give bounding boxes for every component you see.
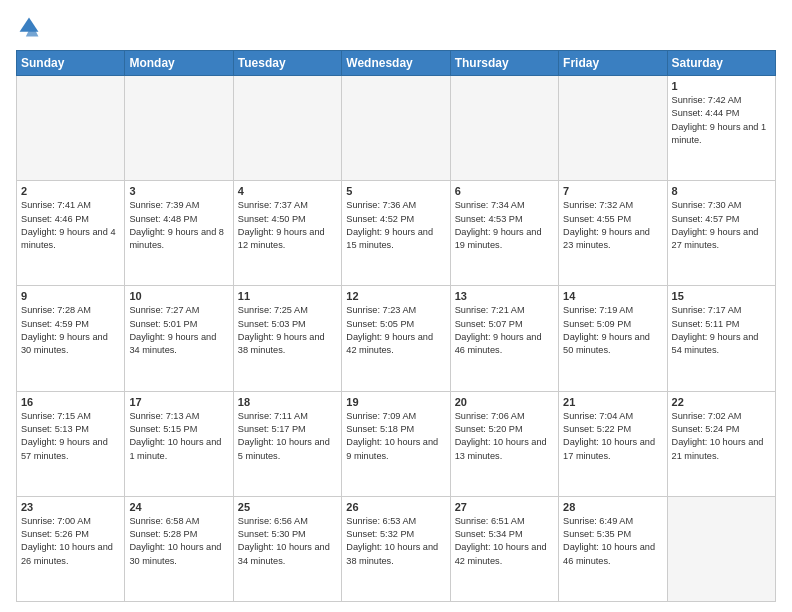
calendar-header-thursday: Thursday [450,51,558,76]
calendar-cell: 13Sunrise: 7:21 AM Sunset: 5:07 PM Dayli… [450,286,558,391]
calendar-cell: 12Sunrise: 7:23 AM Sunset: 5:05 PM Dayli… [342,286,450,391]
day-number: 16 [21,396,120,408]
calendar-cell: 28Sunrise: 6:49 AM Sunset: 5:35 PM Dayli… [559,496,667,601]
calendar-cell: 21Sunrise: 7:04 AM Sunset: 5:22 PM Dayli… [559,391,667,496]
day-number: 15 [672,290,771,302]
calendar-header-monday: Monday [125,51,233,76]
day-info: Sunrise: 7:00 AM Sunset: 5:26 PM Dayligh… [21,515,120,568]
day-number: 13 [455,290,554,302]
day-number: 21 [563,396,662,408]
day-number: 9 [21,290,120,302]
day-info: Sunrise: 7:06 AM Sunset: 5:20 PM Dayligh… [455,410,554,463]
calendar-cell: 15Sunrise: 7:17 AM Sunset: 5:11 PM Dayli… [667,286,775,391]
day-info: Sunrise: 7:34 AM Sunset: 4:53 PM Dayligh… [455,199,554,252]
calendar-cell: 5Sunrise: 7:36 AM Sunset: 4:52 PM Daylig… [342,181,450,286]
calendar-cell: 16Sunrise: 7:15 AM Sunset: 5:13 PM Dayli… [17,391,125,496]
calendar-cell: 23Sunrise: 7:00 AM Sunset: 5:26 PM Dayli… [17,496,125,601]
day-number: 3 [129,185,228,197]
calendar-cell: 10Sunrise: 7:27 AM Sunset: 5:01 PM Dayli… [125,286,233,391]
calendar-cell: 27Sunrise: 6:51 AM Sunset: 5:34 PM Dayli… [450,496,558,601]
calendar-cell: 14Sunrise: 7:19 AM Sunset: 5:09 PM Dayli… [559,286,667,391]
day-number: 23 [21,501,120,513]
day-info: Sunrise: 6:53 AM Sunset: 5:32 PM Dayligh… [346,515,445,568]
day-number: 6 [455,185,554,197]
day-number: 7 [563,185,662,197]
calendar-cell: 1Sunrise: 7:42 AM Sunset: 4:44 PM Daylig… [667,76,775,181]
day-number: 11 [238,290,337,302]
day-info: Sunrise: 7:36 AM Sunset: 4:52 PM Dayligh… [346,199,445,252]
calendar-cell: 24Sunrise: 6:58 AM Sunset: 5:28 PM Dayli… [125,496,233,601]
day-info: Sunrise: 7:39 AM Sunset: 4:48 PM Dayligh… [129,199,228,252]
day-info: Sunrise: 7:25 AM Sunset: 5:03 PM Dayligh… [238,304,337,357]
day-info: Sunrise: 7:32 AM Sunset: 4:55 PM Dayligh… [563,199,662,252]
calendar-cell: 8Sunrise: 7:30 AM Sunset: 4:57 PM Daylig… [667,181,775,286]
calendar-cell [233,76,341,181]
day-number: 4 [238,185,337,197]
calendar-header-wednesday: Wednesday [342,51,450,76]
calendar-cell: 7Sunrise: 7:32 AM Sunset: 4:55 PM Daylig… [559,181,667,286]
calendar-cell: 6Sunrise: 7:34 AM Sunset: 4:53 PM Daylig… [450,181,558,286]
day-info: Sunrise: 7:30 AM Sunset: 4:57 PM Dayligh… [672,199,771,252]
day-info: Sunrise: 7:17 AM Sunset: 5:11 PM Dayligh… [672,304,771,357]
calendar-cell: 2Sunrise: 7:41 AM Sunset: 4:46 PM Daylig… [17,181,125,286]
calendar-week-row: 1Sunrise: 7:42 AM Sunset: 4:44 PM Daylig… [17,76,776,181]
calendar-cell: 20Sunrise: 7:06 AM Sunset: 5:20 PM Dayli… [450,391,558,496]
day-info: Sunrise: 7:19 AM Sunset: 5:09 PM Dayligh… [563,304,662,357]
calendar-cell: 3Sunrise: 7:39 AM Sunset: 4:48 PM Daylig… [125,181,233,286]
day-number: 19 [346,396,445,408]
day-number: 27 [455,501,554,513]
day-info: Sunrise: 7:21 AM Sunset: 5:07 PM Dayligh… [455,304,554,357]
calendar-cell [559,76,667,181]
calendar-header-saturday: Saturday [667,51,775,76]
day-number: 22 [672,396,771,408]
day-info: Sunrise: 7:04 AM Sunset: 5:22 PM Dayligh… [563,410,662,463]
calendar-cell: 4Sunrise: 7:37 AM Sunset: 4:50 PM Daylig… [233,181,341,286]
calendar-cell: 11Sunrise: 7:25 AM Sunset: 5:03 PM Dayli… [233,286,341,391]
calendar-cell [17,76,125,181]
day-number: 2 [21,185,120,197]
day-info: Sunrise: 6:51 AM Sunset: 5:34 PM Dayligh… [455,515,554,568]
calendar-header-row: SundayMondayTuesdayWednesdayThursdayFrid… [17,51,776,76]
calendar-cell: 22Sunrise: 7:02 AM Sunset: 5:24 PM Dayli… [667,391,775,496]
calendar-cell [125,76,233,181]
day-number: 24 [129,501,228,513]
calendar-cell: 19Sunrise: 7:09 AM Sunset: 5:18 PM Dayli… [342,391,450,496]
day-info: Sunrise: 7:41 AM Sunset: 4:46 PM Dayligh… [21,199,120,252]
calendar-cell: 17Sunrise: 7:13 AM Sunset: 5:15 PM Dayli… [125,391,233,496]
day-info: Sunrise: 7:15 AM Sunset: 5:13 PM Dayligh… [21,410,120,463]
calendar-week-row: 16Sunrise: 7:15 AM Sunset: 5:13 PM Dayli… [17,391,776,496]
day-info: Sunrise: 7:02 AM Sunset: 5:24 PM Dayligh… [672,410,771,463]
day-info: Sunrise: 7:23 AM Sunset: 5:05 PM Dayligh… [346,304,445,357]
day-number: 10 [129,290,228,302]
day-number: 20 [455,396,554,408]
day-info: Sunrise: 6:58 AM Sunset: 5:28 PM Dayligh… [129,515,228,568]
calendar-cell [342,76,450,181]
day-number: 26 [346,501,445,513]
calendar-week-row: 23Sunrise: 7:00 AM Sunset: 5:26 PM Dayli… [17,496,776,601]
page: SundayMondayTuesdayWednesdayThursdayFrid… [0,0,792,612]
day-info: Sunrise: 7:13 AM Sunset: 5:15 PM Dayligh… [129,410,228,463]
day-info: Sunrise: 7:27 AM Sunset: 5:01 PM Dayligh… [129,304,228,357]
calendar-header-tuesday: Tuesday [233,51,341,76]
calendar-header-friday: Friday [559,51,667,76]
svg-marker-0 [20,18,39,32]
calendar-cell: 26Sunrise: 6:53 AM Sunset: 5:32 PM Dayli… [342,496,450,601]
calendar-cell: 9Sunrise: 7:28 AM Sunset: 4:59 PM Daylig… [17,286,125,391]
calendar-header-sunday: Sunday [17,51,125,76]
day-number: 8 [672,185,771,197]
day-number: 12 [346,290,445,302]
calendar-cell: 25Sunrise: 6:56 AM Sunset: 5:30 PM Dayli… [233,496,341,601]
day-info: Sunrise: 7:09 AM Sunset: 5:18 PM Dayligh… [346,410,445,463]
day-info: Sunrise: 6:49 AM Sunset: 5:35 PM Dayligh… [563,515,662,568]
day-number: 5 [346,185,445,197]
day-number: 18 [238,396,337,408]
day-number: 14 [563,290,662,302]
calendar-cell [667,496,775,601]
calendar-week-row: 2Sunrise: 7:41 AM Sunset: 4:46 PM Daylig… [17,181,776,286]
logo [16,16,44,42]
logo-icon [18,16,40,38]
day-info: Sunrise: 7:37 AM Sunset: 4:50 PM Dayligh… [238,199,337,252]
calendar-cell [450,76,558,181]
calendar-week-row: 9Sunrise: 7:28 AM Sunset: 4:59 PM Daylig… [17,286,776,391]
header [16,16,776,42]
